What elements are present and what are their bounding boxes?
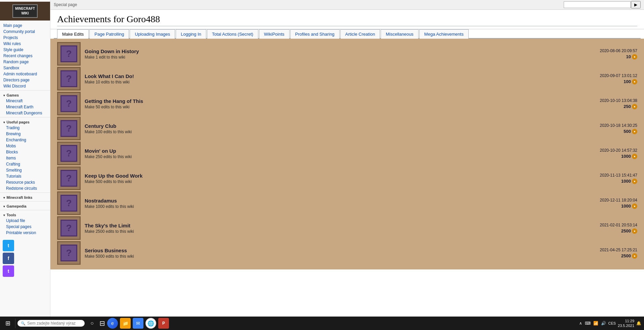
sidebar-item-community-portal[interactable]: Community portal <box>0 29 50 35</box>
achievement-question-mark: ? <box>60 145 77 162</box>
start-button[interactable]: ⊞ <box>3 318 13 328</box>
facebook-button[interactable]: f <box>3 253 14 264</box>
achievement-date: 2020-11-13 15:41:47 <box>584 173 637 178</box>
sidebar-item-sandbox[interactable]: Sandbox <box>0 65 50 71</box>
tab-uploading-images[interactable]: Uploading Images <box>130 29 175 39</box>
achievement-info: Getting the Hang of This Make 50 edits t… <box>85 98 584 109</box>
sidebar-gamepedia-section[interactable]: Gamepedia <box>0 203 50 209</box>
achievement-row: ? Nostradamus Make 1000 edits to this wi… <box>57 191 637 215</box>
taskbar-powerpoint-icon[interactable]: P <box>158 318 169 329</box>
taskbar-circle-button[interactable]: ○ <box>87 318 97 329</box>
sidebar-item-mobs[interactable]: Mobs <box>0 143 50 149</box>
sidebar-item-trading[interactable]: Trading <box>0 125 50 131</box>
volume-icon[interactable]: 🔊 <box>601 321 606 326</box>
sidebar-item-minecraft[interactable]: Minecraft <box>0 98 50 104</box>
achievement-info: Keep Up the Good Work Make 500 edits to … <box>85 173 584 184</box>
achievement-info: Century Club Make 100 edits to this wiki <box>85 123 584 134</box>
achievement-desc: Make 5000 edits to this wiki <box>85 254 584 259</box>
tab-page-patrolling[interactable]: Page Patrolling <box>89 29 129 39</box>
network-icon[interactable]: 📶 <box>593 321 598 326</box>
achievement-date: 2021-02-01 20:53:14 <box>584 223 637 227</box>
top-search-input[interactable] <box>564 1 631 8</box>
sidebar-games-section[interactable]: Games <box>0 92 50 98</box>
achievement-question-mark: ? <box>60 220 77 236</box>
achievements-list: ? Going Down in History Make 1 edit to t… <box>50 39 644 269</box>
sidebar-item-items[interactable]: Items <box>0 155 50 161</box>
tab-mega-achievements[interactable]: Mega Achievements <box>419 29 469 39</box>
achievement-name: The Sky's the Limit <box>85 223 584 228</box>
taskbar-windows-button[interactable]: ⊟ <box>99 319 105 327</box>
sidebar-item-enchanting[interactable]: Enchanting <box>0 137 50 143</box>
sidebar-item-special-pages[interactable]: Special pages <box>0 224 50 230</box>
points-coin-icon: ● <box>632 104 637 109</box>
sidebar-item-redstone-circuits[interactable]: Redstone circuits <box>0 185 50 191</box>
taskbar-file-icon[interactable]: 📁 <box>120 318 131 329</box>
achievement-info: Movin' on Up Make 250 edits to this wiki <box>85 148 584 159</box>
achievement-points: 10● <box>626 54 637 60</box>
sidebar-item-upload-file[interactable]: Upload file <box>0 218 50 224</box>
achievement-desc: Make 100 edits to this wiki <box>85 130 584 134</box>
sidebar-item-resource-packs[interactable]: Resource packs <box>0 179 50 185</box>
achievement-question-mark: ? <box>60 45 77 62</box>
tab-total-actions-secret[interactable]: Total Actions (Secret) <box>207 29 258 39</box>
achievement-icon: ? <box>57 216 81 240</box>
taskbar-search-input[interactable] <box>27 321 81 326</box>
taskbar-edge-icon[interactable]: e <box>107 318 118 329</box>
sidebar-item-crafting[interactable]: Crafting <box>0 161 50 167</box>
sidebar-item-blocks[interactable]: Blocks <box>0 149 50 155</box>
sidebar-item-wiki-rules[interactable]: Wiki rules <box>0 41 50 47</box>
sidebar-item-style-guide[interactable]: Style guide <box>0 47 50 53</box>
achievement-question-mark: ? <box>60 245 77 261</box>
achievement-icon: ? <box>57 167 81 190</box>
achievement-meta: 2020-10-18 14:30:25 500● <box>584 123 637 134</box>
sidebar-tools-section[interactable]: Tools <box>0 212 50 218</box>
twitter-button[interactable]: t <box>3 240 14 251</box>
sidebar-item-wiki-discord[interactable]: Wiki Discord <box>0 83 50 89</box>
achievement-info: Nostradamus Make 1000 edits to this wiki <box>85 198 584 209</box>
tab-logging-in[interactable]: Logging In <box>176 29 206 39</box>
sidebar-item-tutorials[interactable]: Tutorials <box>0 173 50 179</box>
achievement-date: 2020-08-06 20:09:57 <box>584 48 637 53</box>
sidebar-item-directors-page[interactable]: Directors page <box>0 77 50 83</box>
tab-make-edits[interactable]: Make Edits <box>57 29 89 39</box>
achievement-points: 1000● <box>621 204 637 209</box>
achievement-meta: 2020-11-13 15:41:47 1000● <box>584 173 637 184</box>
sidebar-item-brewing[interactable]: Brewing <box>0 131 50 137</box>
twitch-button[interactable]: t <box>3 265 14 277</box>
taskbar-chrome-icon[interactable]: 🌐 <box>145 318 156 329</box>
sidebar-item-admin-noticeboard[interactable]: Admin noticeboard <box>0 71 50 77</box>
achievement-icon: ? <box>57 42 81 66</box>
tab-article-creation[interactable]: Article Creation <box>340 29 380 39</box>
achievement-date: 2020-10-18 14:30:25 <box>584 123 637 128</box>
achievement-question-mark: ? <box>60 170 77 187</box>
sidebar-item-main-page[interactable]: Main page <box>0 23 50 29</box>
achievement-meta: 2021-02-01 20:53:14 2500● <box>584 223 637 234</box>
points-coin-icon: ● <box>632 54 637 60</box>
sidebar-item-printable-version[interactable]: Printable version <box>0 230 50 236</box>
sidebar-divider-1 <box>0 90 50 90</box>
tab-miscellaneous[interactable]: Miscellaneous <box>381 29 418 39</box>
sidebar-item-random-page[interactable]: Random page <box>0 59 50 65</box>
tab-profiles-and-sharing[interactable]: Profiles and Sharing <box>290 29 340 39</box>
keyboard-icon[interactable]: ⌨ <box>585 321 591 326</box>
notification-icon[interactable]: 🔔 <box>636 321 641 326</box>
top-search-button[interactable]: ▶ <box>631 1 641 8</box>
sidebar-minecraft-links-section[interactable]: Minecraft links <box>0 194 50 200</box>
sidebar-item-minecraft-dungeons[interactable]: Minecraft Dungeons <box>0 110 50 116</box>
sidebar-item-minecraft-earth[interactable]: Minecraft Earth <box>0 104 50 110</box>
sidebar-item-projects[interactable]: Projects <box>0 35 50 41</box>
chevron-icon[interactable]: ∧ <box>579 321 582 326</box>
achievement-meta: 2020-09-07 13:01:12 100● <box>584 73 637 84</box>
taskbar-email-icon[interactable]: ✉ <box>133 318 143 329</box>
sidebar-useful-section[interactable]: Useful pages <box>0 119 50 125</box>
sidebar-item-smelting[interactable]: Smelting <box>0 167 50 173</box>
points-coin-icon: ● <box>632 253 637 259</box>
achievement-icon: ? <box>57 241 81 265</box>
achievement-question-mark: ? <box>60 95 77 112</box>
achievement-name: Century Club <box>85 123 584 129</box>
achievement-points: 1000● <box>621 154 637 159</box>
sidebar-item-recent-changes[interactable]: Recent changes <box>0 53 50 59</box>
tab-wikipoints[interactable]: WikiPoints <box>259 29 290 39</box>
points-coin-icon: ● <box>632 79 637 84</box>
taskbar-search-box: 🔍 <box>17 320 85 327</box>
